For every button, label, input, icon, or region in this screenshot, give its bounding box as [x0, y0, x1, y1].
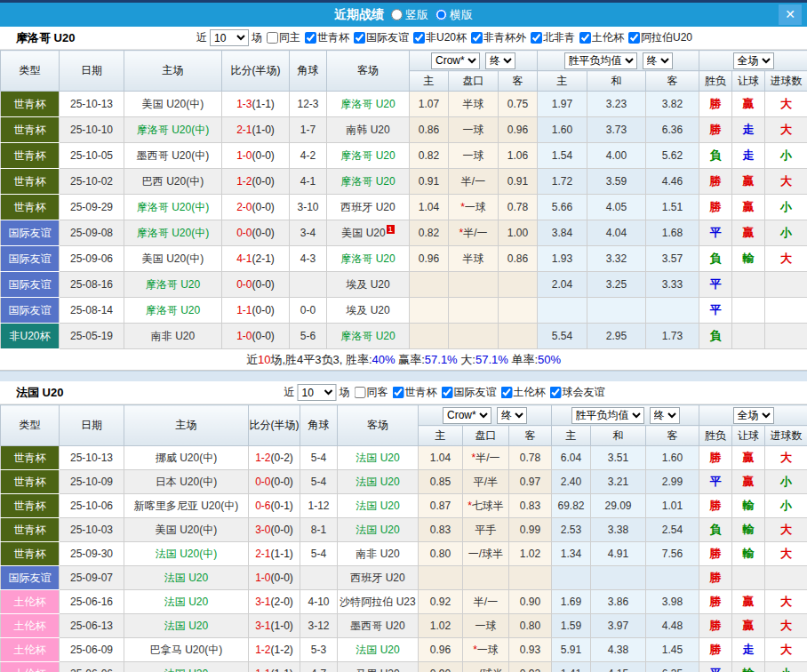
- fulltime-score: 0-0: [255, 476, 270, 488]
- away-team-cell: 沙特阿拉伯 U23: [338, 590, 419, 614]
- mean-away-cell: 6.35: [646, 662, 699, 672]
- table-row: 非U20杯25-05-19南非 U201-0(0-0)5-6摩洛哥 U205.5…: [1, 324, 807, 349]
- mean-final-select[interactable]: 终: [643, 52, 673, 69]
- odds-final-select[interactable]: 终: [485, 52, 515, 69]
- home-odds-cell: 1.04: [419, 446, 463, 470]
- odds-provider-select[interactable]: Crow*: [431, 52, 480, 69]
- summary-part: 57.1%: [425, 353, 458, 366]
- goals-result-cell: 大: [765, 614, 807, 638]
- handicap-cell: 一球: [463, 614, 509, 638]
- mean-odds-select[interactable]: 胜平负均值: [571, 407, 644, 424]
- horizontal-layout-radio[interactable]: [435, 9, 447, 20]
- league-type-cell: 世青杯: [1, 446, 60, 470]
- summary-part: 单率:: [508, 353, 538, 366]
- league-filter-checkbox[interactable]: [628, 32, 640, 44]
- handicap-result-cell: 贏: [732, 470, 765, 494]
- summary-part: 10: [258, 353, 270, 366]
- league-filter[interactable]: 国际友谊: [437, 385, 497, 400]
- mean-draw-cell: 3.32: [587, 246, 646, 272]
- league-filter[interactable]: 非U20杯: [409, 30, 467, 45]
- halftime-score: (0-0): [271, 572, 293, 584]
- mean-odds-select[interactable]: 胜平负均值: [564, 52, 637, 69]
- vertical-layout-radio[interactable]: [391, 9, 403, 20]
- league-filter-label: 阿拉伯U20: [641, 30, 692, 45]
- fulltime-score: 3-1: [255, 620, 270, 632]
- league-filter[interactable]: 球会友谊: [546, 385, 605, 400]
- halftime-score: (2-0): [271, 596, 293, 608]
- layout-option-horizontal[interactable]: 横版: [435, 7, 473, 23]
- away-odds-cell: 0.83: [509, 494, 552, 518]
- corners-cell: 4-3: [290, 246, 327, 272]
- match-count-select[interactable]: 10: [298, 384, 337, 401]
- league-filter-checkbox[interactable]: [471, 32, 483, 44]
- league-filter-checkbox[interactable]: [550, 387, 562, 398]
- league-filter[interactable]: 北非青: [526, 30, 575, 45]
- result-cell: 平: [699, 298, 732, 324]
- fulltime-score: 1-2: [255, 452, 270, 464]
- mean-away-cell: 1.68: [646, 220, 699, 246]
- odds-group-header: 胜平负均值终: [538, 51, 699, 71]
- layout-option-vertical[interactable]: 竖版: [391, 7, 428, 23]
- sub-column-header: 主: [538, 71, 587, 92]
- close-button[interactable]: ✕: [779, 4, 802, 25]
- league-filter[interactable]: 土伦杯: [497, 385, 546, 400]
- same-venue-filter[interactable]: 同客: [350, 385, 388, 400]
- date-cell: 25-10-05: [60, 143, 124, 169]
- matches-unit-label: 场: [340, 385, 350, 400]
- score-cell: 2-1(1-0): [222, 117, 290, 143]
- sub-column-header: 和: [587, 71, 646, 92]
- mean-away-cell: 6.36: [646, 117, 699, 143]
- league-filter-checkbox[interactable]: [531, 32, 542, 44]
- league-filter-checkbox[interactable]: [501, 387, 513, 398]
- result-cell: 勝: [699, 92, 732, 117]
- date-cell: 25-09-07: [60, 566, 124, 590]
- league-type-cell: 土伦杯: [1, 590, 60, 614]
- odds-provider-select[interactable]: Crow*: [443, 407, 491, 424]
- score-cell: 4-1(2-1): [222, 246, 290, 272]
- column-header: 日期: [60, 51, 124, 92]
- league-filter[interactable]: 世青杯: [300, 30, 349, 45]
- result-cell: 平: [699, 470, 732, 494]
- league-filter-checkbox[interactable]: [579, 32, 591, 44]
- league-filter-checkbox[interactable]: [354, 32, 365, 44]
- scope-select[interactable]: 全场: [733, 407, 774, 424]
- result-cell: 勝: [699, 638, 732, 662]
- table-body: 世青杯25-10-13美国 U20(中)1-3(1-1)12-3摩洛哥 U201…: [1, 92, 807, 349]
- home-odds-cell: 0.80: [419, 542, 463, 566]
- same-venue-filter[interactable]: 同主: [262, 30, 300, 45]
- match-count-select[interactable]: 10: [210, 29, 249, 46]
- league-type-cell: 世青杯: [1, 494, 60, 518]
- scope-select[interactable]: 全场: [733, 52, 774, 69]
- result-cell: 負: [699, 518, 732, 542]
- league-filter[interactable]: 国际友谊: [349, 30, 409, 45]
- home-team-cell: 摩洛哥 U20(中): [124, 117, 222, 143]
- result-cell: 勝: [699, 169, 732, 195]
- league-filter-checkbox[interactable]: [305, 32, 316, 44]
- league-filter[interactable]: 非青杯外: [467, 30, 526, 45]
- away-odds-cell: 0.97: [509, 470, 552, 494]
- same-venue-filter-checkbox[interactable]: [355, 387, 366, 398]
- away-odds-cell: 0.96: [499, 117, 538, 143]
- league-filter[interactable]: 土伦杯: [575, 30, 624, 45]
- section-team-name: 法国 U20: [16, 385, 63, 401]
- mean-home-cell: 1.69: [552, 590, 591, 614]
- league-filter[interactable]: 世青杯: [388, 385, 437, 400]
- same-venue-filter-checkbox[interactable]: [267, 32, 278, 44]
- mean-final-select[interactable]: 终: [650, 407, 680, 424]
- away-team-cell: 法国 U20: [338, 494, 419, 518]
- odds-final-select[interactable]: 终: [497, 407, 527, 424]
- mean-home-cell: 6.04: [552, 446, 591, 470]
- league-type-cell: 国际友谊: [1, 220, 60, 246]
- league-filter-checkbox[interactable]: [413, 32, 425, 44]
- halftime-score: (1-0): [252, 124, 275, 136]
- league-filter-checkbox[interactable]: [393, 387, 404, 398]
- league-filter-checkbox[interactable]: [442, 387, 453, 398]
- fulltime-score: 1-2: [236, 175, 252, 188]
- handicap-result-cell: 走: [732, 117, 765, 143]
- date-cell: 25-06-09: [60, 638, 124, 662]
- handicap-result-cell: 贏: [732, 446, 765, 470]
- fulltime-score: 2-0: [236, 201, 252, 213]
- league-filter[interactable]: 阿拉伯U20: [624, 30, 692, 45]
- same-venue-filter-label: 同主: [279, 30, 300, 45]
- league-type-cell: 国际友谊: [1, 246, 60, 272]
